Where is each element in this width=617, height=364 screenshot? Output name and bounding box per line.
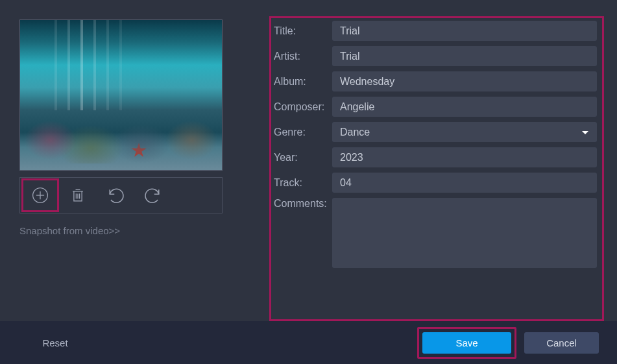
comments-label: Comments: (271, 198, 332, 210)
add-artwork-button[interactable] (21, 178, 59, 212)
cancel-button[interactable]: Cancel (524, 332, 599, 354)
genre-select[interactable]: Dance (332, 122, 597, 142)
album-input[interactable] (332, 71, 597, 91)
composer-input[interactable] (332, 97, 597, 117)
artwork-panel: Snapshot from video>> (19, 19, 230, 321)
track-label: Track: (271, 177, 332, 189)
rotate-cw-icon (144, 186, 162, 204)
year-input[interactable] (332, 147, 597, 167)
composer-label: Composer: (271, 101, 332, 113)
reset-button[interactable]: Reset (23, 332, 88, 354)
save-highlight: Save (417, 327, 516, 359)
rotate-right-button[interactable] (134, 179, 172, 212)
delete-artwork-button[interactable] (59, 179, 97, 212)
metadata-form: Title: Artist: Album: Composer: Genre: D… (269, 16, 604, 321)
artwork-toolbar (19, 177, 223, 213)
comments-textarea[interactable] (332, 198, 597, 268)
year-label: Year: (271, 152, 332, 164)
plus-circle-icon (31, 186, 49, 204)
track-input[interactable] (332, 173, 597, 193)
title-label: Title: (271, 25, 332, 37)
footer-bar: Reset Save Cancel (0, 321, 617, 364)
artist-label: Artist: (271, 51, 332, 62)
genre-value: Dance (340, 127, 370, 138)
album-label: Album: (271, 76, 332, 88)
cover-artwork (19, 19, 223, 171)
snapshot-from-video-link[interactable]: Snapshot from video>> (19, 225, 230, 236)
rotate-ccw-icon (106, 186, 125, 204)
save-button[interactable]: Save (422, 332, 511, 354)
rotate-left-button[interactable] (97, 179, 134, 212)
artist-input[interactable] (332, 46, 597, 66)
trash-icon (69, 186, 87, 204)
genre-label: Genre: (271, 127, 332, 138)
chevron-down-icon (581, 127, 589, 138)
title-input[interactable] (332, 21, 597, 41)
